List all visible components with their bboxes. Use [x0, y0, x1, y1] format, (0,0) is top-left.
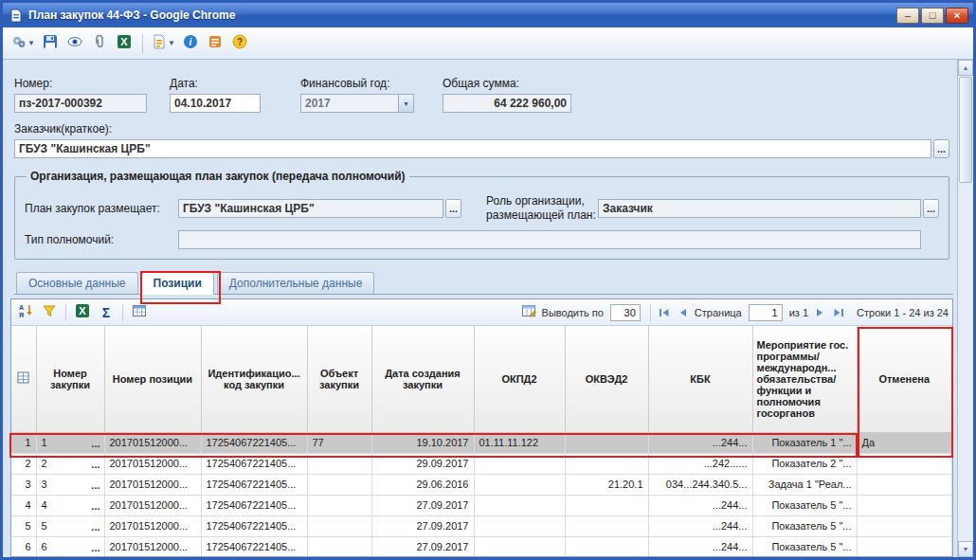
page-input[interactable]: 1 [749, 304, 783, 321]
cell-id_code[interactable]: 17254067221405... [201, 453, 307, 474]
scroll-up-icon[interactable]: ▲ [958, 60, 973, 76]
cell-kbk[interactable]: ...244... [648, 495, 752, 515]
first-page-button[interactable] [657, 304, 673, 320]
cell-created[interactable]: 29.09.2017 [371, 453, 474, 474]
view-button[interactable] [63, 32, 86, 55]
cell-kbk[interactable]: ...244... [648, 515, 752, 536]
cell-event[interactable]: Показатель 1 "... [752, 432, 857, 453]
cell-object[interactable] [307, 536, 371, 556]
help-button[interactable]: ? [228, 32, 251, 55]
cell-object[interactable]: 77 [307, 432, 371, 453]
cell-cancelled[interactable] [857, 453, 952, 474]
per-page-input[interactable]: 30 [610, 304, 641, 321]
cell-created[interactable]: 27.09.2017 [371, 515, 474, 536]
placer-lookup-button[interactable]: ... [445, 199, 461, 218]
customer-lookup-button[interactable]: ... [933, 139, 949, 158]
number-field[interactable]: пз-2017-000392 [14, 94, 147, 113]
placer-field[interactable]: ГБУЗ "Кашинская ЦРБ" [178, 199, 443, 218]
cell-id_code[interactable]: 17254067221405... [201, 515, 307, 536]
column-header-object[interactable]: Объект закупки [307, 326, 371, 432]
grid-excel-button[interactable]: X [72, 302, 93, 323]
cell-num[interactable]: 1 [11, 432, 36, 453]
cell-object[interactable] [307, 515, 371, 536]
cell-okpd2[interactable] [474, 453, 565, 474]
cell-num[interactable]: 3 [11, 474, 36, 495]
cell-position[interactable]: 201701512000... [104, 432, 201, 453]
cell-okpd2[interactable] [474, 495, 565, 515]
cell-object[interactable] [307, 453, 371, 474]
filter-button[interactable] [39, 302, 60, 323]
cell-event[interactable]: Задача 1 "Реал... [752, 474, 857, 495]
tab-additional-data[interactable]: Дополнительные данные [217, 272, 375, 294]
cell-okved2[interactable] [565, 453, 648, 474]
tab-positions[interactable]: Позиции [141, 272, 214, 295]
attachments-button[interactable] [88, 32, 111, 55]
cell-purchase[interactable]: 5... [36, 515, 104, 536]
table-row[interactable]: 11...201701512000...17254067221405...771… [11, 432, 952, 453]
role-field[interactable]: Заказчик [598, 199, 921, 218]
cell-num[interactable]: 5 [11, 515, 36, 536]
cell-id_code[interactable]: 17254067221405... [201, 536, 307, 556]
cell-num[interactable]: 6 [11, 536, 36, 556]
excel-export-button[interactable]: X [113, 32, 136, 55]
total-field[interactable]: 64 222 960,00 [443, 94, 571, 113]
prev-page-button[interactable] [676, 304, 692, 320]
journal-button[interactable] [204, 32, 226, 55]
cell-cancelled[interactable] [857, 515, 952, 536]
cell-okpd2[interactable] [474, 474, 565, 495]
row-menu-button[interactable]: ... [91, 496, 99, 516]
cell-event[interactable]: Показатель 5 "... [752, 536, 857, 556]
cell-id_code[interactable]: 17254067221405... [201, 432, 307, 453]
cell-cancelled[interactable] [857, 536, 952, 556]
save-button[interactable] [39, 32, 62, 55]
cell-purchase[interactable]: 2... [36, 453, 104, 474]
auth-type-field[interactable] [178, 230, 921, 249]
cell-position[interactable]: 201701512000... [104, 515, 201, 536]
cell-cancelled[interactable] [857, 495, 952, 515]
cell-okved2[interactable] [565, 536, 648, 556]
maximize-button[interactable]: □ [921, 8, 944, 24]
cell-kbk[interactable]: ...244... [648, 432, 752, 453]
last-page-button[interactable] [830, 304, 846, 320]
fin-year-select[interactable]: 2017 ▼ [300, 94, 414, 113]
minimize-button[interactable]: – [896, 8, 919, 24]
scrollbar-track[interactable] [958, 184, 973, 541]
table-row[interactable]: 44...201701512000...17254067221405...27.… [11, 495, 952, 515]
column-header-id-code[interactable]: Идентификацио... код закупки [201, 326, 307, 432]
cell-okved2[interactable] [565, 495, 648, 515]
cell-created[interactable]: 19.10.2017 [371, 432, 474, 453]
table-row[interactable]: 22...201701512000...17254067221405...29.… [11, 453, 952, 474]
grid-view-button[interactable] [129, 302, 150, 323]
date-field[interactable]: 04.10.2017 [170, 94, 261, 113]
cell-cancelled[interactable]: Да [857, 432, 952, 453]
column-header-event[interactable]: Мероприятие гос. программы/ международн.… [752, 326, 857, 432]
info-button[interactable]: i [179, 32, 202, 55]
cell-event[interactable]: Показатель 5 "... [752, 495, 857, 515]
customer-field[interactable]: ГБУЗ "Кашинская ЦРБ" [14, 139, 931, 158]
cell-position[interactable]: 201701512000... [104, 474, 201, 495]
column-header-okved2[interactable]: ОКВЭД2 [565, 326, 648, 432]
actions-menu-button[interactable]: ▼ [9, 32, 37, 55]
cell-event[interactable]: Показатель 5 "... [752, 515, 857, 536]
column-header-created-date[interactable]: Дата создания закупки [371, 326, 474, 432]
cell-id_code[interactable]: 17254067221405... [201, 495, 307, 515]
scrollbar-thumb[interactable] [959, 77, 972, 183]
cell-position[interactable]: 201701512000... [104, 495, 201, 515]
cell-id_code[interactable]: 17254067221405... [201, 474, 307, 495]
next-page-button[interactable] [811, 304, 827, 320]
row-menu-button[interactable]: ... [91, 516, 99, 537]
cell-created[interactable]: 29.06.2016 [371, 474, 474, 495]
cell-cancelled[interactable] [857, 474, 952, 495]
column-header-kbk[interactable]: КБК [648, 326, 752, 432]
scroll-down-icon[interactable]: ▼ [958, 541, 973, 557]
row-menu-button[interactable]: ... [91, 433, 99, 454]
cell-okpd2[interactable]: 01.11.11.122 [474, 432, 565, 453]
cell-object[interactable] [307, 474, 371, 495]
table-row[interactable]: 66...201701512000...17254067221405...27.… [11, 536, 952, 556]
cell-kbk[interactable]: 034...244.340.5... [648, 474, 752, 495]
titlebar[interactable]: План закупок 44-ФЗ - Google Chrome – □ × [3, 3, 973, 27]
cell-okved2[interactable]: 21.20.1 [565, 474, 648, 495]
cell-okved2[interactable] [565, 432, 648, 453]
column-header-okpd2[interactable]: ОКПД2 [474, 326, 565, 432]
column-header-cancelled[interactable]: Отменена [857, 326, 952, 432]
